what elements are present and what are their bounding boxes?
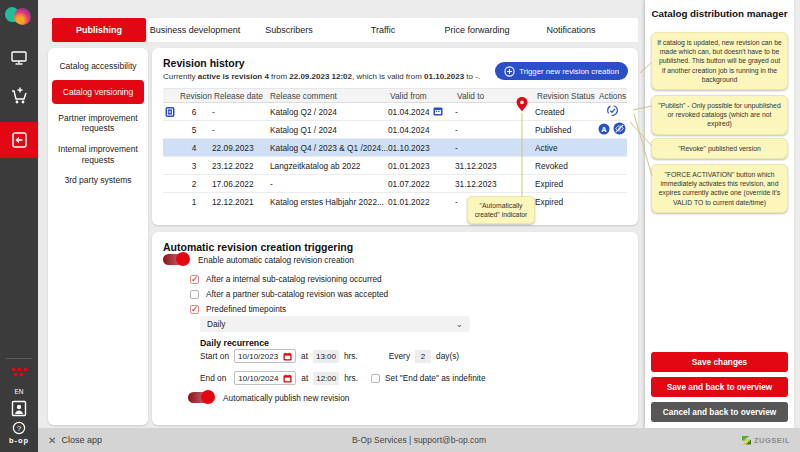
language-label[interactable]: EN: [0, 388, 38, 395]
predefined-timepoints-checkbox[interactable]: [190, 305, 199, 314]
revoke-action-icon[interactable]: [613, 122, 626, 137]
automation-title: Automatic revision creation triggering: [163, 241, 353, 253]
col-revision-status: Revision Status: [535, 91, 597, 101]
table-row-revision-2[interactable]: 2 17.06.2022 - 01.07.2022 31.12.2023 Exp…: [163, 175, 627, 193]
svg-text:?: ?: [17, 424, 22, 433]
enable-automation-toggle[interactable]: [163, 254, 189, 265]
nav-item-partner-improvement-requests[interactable]: Partner improvement requests: [48, 108, 148, 139]
trigger-new-revision-button[interactable]: Trigger new revision creation: [495, 62, 628, 80]
start-time-input[interactable]: [313, 350, 339, 363]
revision-history-title: Revision history: [163, 57, 245, 69]
cancel-back-button[interactable]: Cancel and back to overview: [651, 402, 788, 422]
note-publish: "Publish" - Only possible for unpublishe…: [651, 95, 788, 135]
tab-business-development[interactable]: Business development: [148, 18, 242, 42]
col-actions: Actions: [597, 91, 627, 101]
partner-subcatalog-label: After a partner sub-catalog revision was…: [206, 289, 388, 299]
calendar-red-icon: [283, 374, 292, 383]
svg-text:A: A: [601, 124, 607, 133]
automation-card: Automatic revision creation triggering E…: [152, 232, 638, 425]
start-on-label: Start on: [200, 351, 229, 361]
table-row-revision-1[interactable]: 1 12.12.2021 Katalog erstes Halbjahr 202…: [163, 193, 627, 211]
start-date-input[interactable]: [234, 349, 296, 363]
nav-item-3rd-party-systems[interactable]: 3rd party systems: [48, 170, 148, 191]
days-label: day(s): [436, 351, 459, 361]
col-valid-to: Valid to: [455, 91, 535, 101]
keypad-icon[interactable]: [0, 368, 38, 377]
logo-blob-magenta: [14, 8, 31, 25]
every-days-input[interactable]: [415, 350, 431, 363]
publish-action-icon[interactable]: [606, 104, 619, 119]
profile-icon[interactable]: [0, 400, 38, 417]
internal-subcatalog-label: After a internal sub-catalog revisioning…: [206, 274, 382, 284]
col-release-comment: Release comment: [268, 91, 388, 101]
catalog-box-icon: [10, 130, 29, 150]
every-label: Every: [389, 351, 410, 361]
status-published: Published: [535, 125, 597, 135]
end-date-input[interactable]: [234, 371, 296, 385]
nav-item-catalog-versioning[interactable]: Catalog versioning: [52, 80, 144, 104]
note-force-activation: "FORCE ACTIVATION" button which immediat…: [651, 164, 788, 213]
tab-bar: Business development Subscribers Traffic…: [148, 18, 638, 42]
table-row-revision-5[interactable]: 5 - Katalog Q1 / 2024 01.04.2024 - Publi…: [163, 121, 627, 139]
calendar-red-icon: [283, 352, 292, 361]
col-revision: Revision: [176, 91, 212, 101]
save-changes-button[interactable]: Save changes: [651, 352, 788, 372]
status-expired: Expired: [535, 179, 597, 189]
tab-notifications[interactable]: Notifications: [524, 18, 618, 42]
auto-created-annotation-note: "Automatically created" indicator: [467, 196, 535, 224]
col-valid-from: Valid from: [388, 91, 455, 101]
recurrence-title: Daily recurrence: [200, 338, 269, 348]
predefined-timepoints-label: Predefined timepoints: [206, 304, 286, 314]
indefinite-end-checkbox[interactable]: [371, 374, 380, 383]
company-logo-icon: [5, 5, 33, 31]
delete-revision-icon[interactable]: [163, 106, 176, 118]
nav-item-internal-improvement-requests[interactable]: Internal improvement requests: [48, 139, 148, 170]
table-row-revision-4[interactable]: 4 22.09.2023 Katalog Q4 / 2023 & Q1 /202…: [163, 139, 627, 157]
tab-traffic[interactable]: Traffic: [336, 18, 430, 42]
enable-automation-label: Enable automatic catalog revision creati…: [198, 255, 354, 265]
status-created: Created: [535, 107, 597, 117]
partner-subcatalog-checkbox[interactable]: [190, 290, 199, 299]
app-root: EN ? b-op Publishing Business developmen…: [0, 0, 800, 452]
auto-publish-toggle[interactable]: [188, 392, 214, 403]
nav-item-catalog-accessibility[interactable]: Catalog accessibility: [48, 56, 148, 77]
panel-title: Catalog distribution manager: [645, 8, 794, 19]
table-header-row: Revision Release date Release comment Va…: [163, 88, 627, 103]
notes-panel: Catalog distribution manager If catalog …: [645, 0, 794, 428]
app-sidebar: EN ? b-op: [0, 0, 38, 452]
monitor-icon[interactable]: [0, 50, 38, 66]
table-row-revision-6[interactable]: 6 - Katalog Q2 / 2024 01.04.2024 - Creat…: [163, 103, 627, 121]
frequency-select-value: Daily: [207, 319, 225, 329]
status-active: Active: [535, 143, 597, 153]
cart-add-icon[interactable]: [0, 86, 38, 105]
tab-subscribers[interactable]: Subscribers: [242, 18, 336, 42]
revision-table: Revision Release date Release comment Va…: [163, 88, 627, 211]
zugseil-z-icon: [742, 436, 751, 445]
tab-price-forwarding[interactable]: Price forwarding: [430, 18, 524, 42]
support-text: B-Op Services | support@b-op.com: [38, 435, 800, 445]
status-expired: Expired: [535, 197, 597, 207]
bop-logo: b-op: [0, 436, 38, 445]
status-revoked: Revoked: [535, 161, 597, 171]
frequency-select[interactable]: Daily ⌄: [200, 316, 470, 332]
section-nav: Catalog accessibility Catalog versioning…: [48, 48, 148, 425]
chevron-down-icon: ⌄: [455, 321, 463, 327]
tab-publishing[interactable]: Publishing: [52, 18, 146, 42]
end-time-input[interactable]: [313, 372, 339, 385]
auto-created-badge: A: [598, 123, 610, 137]
save-back-button[interactable]: Save and back to overview: [651, 377, 788, 397]
col-release-date: Release date: [212, 91, 268, 101]
calendar-icon[interactable]: [433, 106, 443, 118]
auto-publish-label: Automatically publish new revision: [223, 393, 349, 403]
indefinite-end-label: Set "End date" as indefinite: [385, 373, 485, 383]
note-new-revision: If catalog is updated, new revision can …: [651, 32, 788, 90]
active-revision-summary: Currently active is revision 4 from 22.0…: [163, 72, 480, 81]
internal-subcatalog-checkbox[interactable]: [190, 275, 199, 284]
sidebar-item-catalog-active[interactable]: [0, 122, 38, 158]
zugseil-logo: ZUGSEIL: [742, 436, 790, 445]
table-row-revision-3[interactable]: 3 23.12.2022 Langzeitkatalog ab 2022 01.…: [163, 157, 627, 175]
help-icon[interactable]: ?: [0, 421, 38, 435]
plus-circle-icon: [504, 66, 515, 77]
revision-history-card: Revision history Currently active is rev…: [152, 48, 638, 225]
note-revoke: "Revoke" published version: [651, 138, 788, 159]
